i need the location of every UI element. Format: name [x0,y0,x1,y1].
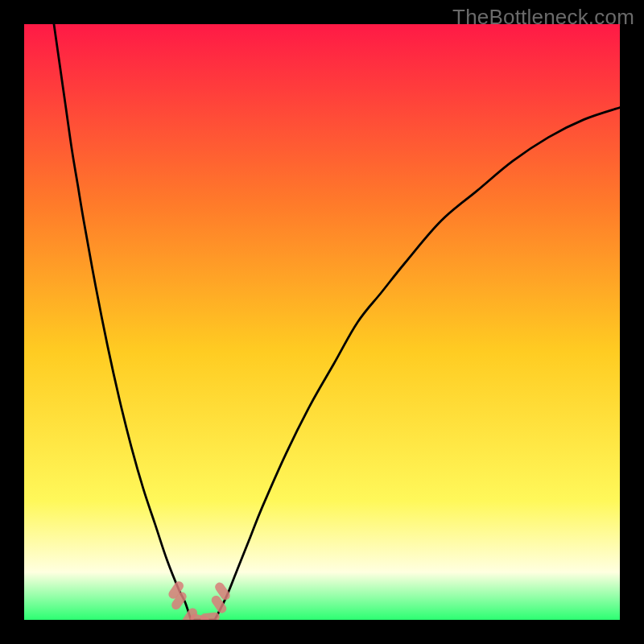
plot-area [24,24,620,620]
chart-frame: TheBottleneck.com [0,0,644,644]
chart-svg [24,24,620,620]
gradient-background [24,24,620,620]
